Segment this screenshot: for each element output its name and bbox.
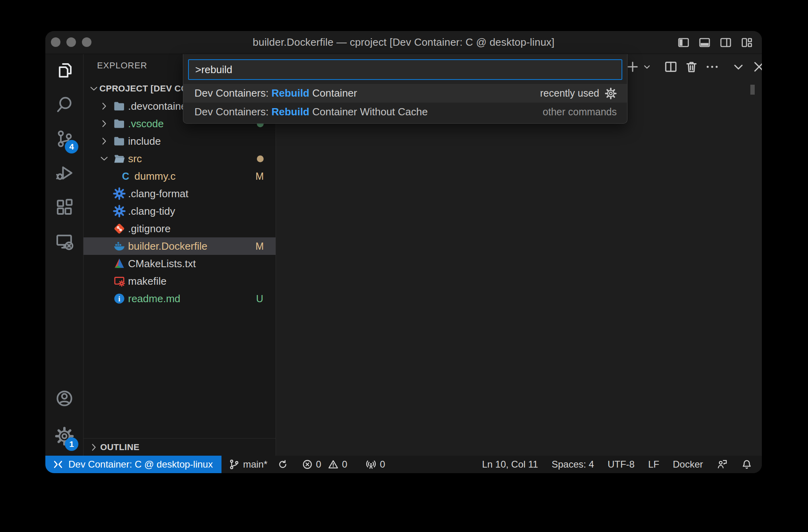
title-bar: builder.Dockerfile — cproject [Dev Conta… (45, 31, 762, 54)
git-status-badge: M (252, 241, 267, 252)
git-status-badge: M (252, 171, 267, 182)
activity-bar: 4 1 (45, 54, 84, 456)
tree-item-builder-dockerfile[interactable]: builder.DockerfileM (84, 237, 276, 255)
feedback-icon (717, 459, 728, 470)
terminal-dropdown-chevron-icon[interactable] (642, 60, 652, 74)
customize-layout-button[interactable] (740, 36, 753, 49)
file-label: .devcontainer (128, 100, 190, 113)
command-meta-label: recently used (540, 87, 599, 99)
remote-indicator[interactable]: Dev Container: C @ desktop-linux (45, 456, 221, 473)
warning-count: 0 (342, 459, 347, 470)
encoding-item[interactable]: UTF-8 (601, 456, 641, 473)
panel-toolbar (625, 60, 762, 74)
file-label: readme.md (128, 293, 181, 305)
explorer-tab-icon[interactable] (55, 61, 74, 80)
source-control-badge: 4 (65, 140, 78, 153)
tree-item-src[interactable]: src (84, 150, 276, 167)
chevron-right-icon[interactable] (99, 119, 109, 128)
indentation-item[interactable]: Spaces: 4 (545, 456, 601, 473)
file-label: .vscode (128, 118, 164, 130)
extensions-tab-icon[interactable] (55, 198, 74, 217)
eol-label: LF (648, 459, 659, 470)
command-input[interactable] (189, 64, 622, 76)
tree-item--clang-tidy[interactable]: .clang-tidy (84, 202, 276, 220)
close-panel-button[interactable] (752, 60, 762, 74)
eol-item[interactable]: LF (641, 456, 666, 473)
minimize-window-button[interactable] (66, 37, 76, 47)
status-bar: Dev Container: C @ desktop-linux main* 0… (45, 456, 762, 473)
remote-explorer-tab-icon[interactable] (55, 232, 74, 251)
file-label: dummy.c (134, 170, 176, 183)
notifications-item[interactable] (734, 456, 762, 473)
language-mode-item[interactable]: Docker (666, 456, 710, 473)
git-status-badge: U (252, 293, 267, 305)
tree-item--gitignore[interactable]: .gitignore (84, 220, 276, 237)
more-actions-button[interactable] (705, 60, 719, 74)
file-label: makefile (128, 275, 167, 287)
warning-icon (328, 459, 339, 470)
remote-icon (52, 459, 64, 470)
feedback-item[interactable] (710, 456, 734, 473)
toggle-primary-sidebar-button[interactable] (677, 36, 690, 49)
chevron-right-icon (89, 443, 99, 452)
hide-panel-chevron-icon[interactable] (731, 60, 746, 74)
svg-text:C: C (122, 171, 129, 182)
tree-item-include[interactable]: include (84, 132, 276, 150)
cmake-icon (113, 257, 126, 270)
svg-text:i: i (118, 295, 120, 303)
toggle-secondary-sidebar-button[interactable] (719, 36, 732, 49)
folder-icon (113, 117, 126, 130)
branch-label: main* (243, 459, 267, 470)
git-status-dot (257, 155, 264, 162)
ports-item[interactable]: 0 (361, 456, 390, 473)
file-label: .clang-tidy (128, 205, 175, 217)
bell-icon (741, 459, 752, 470)
layout-controls (677, 31, 753, 54)
makefile-icon (113, 275, 126, 287)
configure-keybinding-gear-icon[interactable] (605, 87, 617, 99)
tree-item--clang-format[interactable]: .clang-format (84, 185, 276, 202)
docker-icon (113, 240, 126, 252)
vscode-window: builder.Dockerfile — cproject [Dev Conta… (45, 31, 762, 473)
sync-icon (277, 459, 288, 470)
palette-item-2[interactable]: Dev Containers: Rebuild Container Withou… (183, 103, 627, 121)
sync-changes-item[interactable] (272, 456, 293, 473)
git-branch-item[interactable]: main* (224, 456, 272, 473)
tree-item-makefile[interactable]: makefile (84, 272, 276, 290)
chevron-right-icon[interactable] (99, 136, 109, 146)
toggle-panel-button[interactable] (698, 36, 711, 49)
indentation-label: Spaces: 4 (552, 459, 594, 470)
remote-label: Dev Container: C @ desktop-linux (68, 459, 213, 470)
tree-item-cmakelists-txt[interactable]: CMakeLists.txt (84, 255, 276, 272)
zoom-window-button[interactable] (82, 37, 91, 47)
scrollbar-thumb[interactable] (750, 85, 755, 95)
info-icon: i (113, 292, 126, 305)
search-tab-icon[interactable] (55, 95, 74, 114)
close-window-button[interactable] (51, 37, 60, 47)
chevron-down-icon[interactable] (99, 154, 109, 163)
tree-item-dummy-c[interactable]: Cdummy.cM (84, 167, 276, 185)
error-count: 0 (316, 459, 321, 470)
split-terminal-button[interactable] (664, 60, 678, 74)
chevron-down-icon (89, 84, 99, 93)
outline-section[interactable]: OUTLINE (84, 438, 276, 456)
tree-item-readme-md[interactable]: ireadme.mdU (84, 290, 276, 307)
c-file-icon: C (119, 170, 132, 183)
settings-badge: 1 (65, 437, 78, 451)
command-label: Dev Containers: Rebuild Container Withou… (194, 106, 428, 118)
new-terminal-button[interactable] (625, 60, 640, 74)
run-debug-tab-icon[interactable] (55, 163, 74, 183)
chevron-right-icon[interactable] (99, 101, 109, 111)
problems-item[interactable]: 0 0 (297, 456, 352, 473)
traffic-lights (51, 37, 91, 47)
file-label: .clang-format (128, 188, 188, 200)
cursor-position-item[interactable]: Ln 10, Col 11 (475, 456, 545, 473)
explorer-header: EXPLORER (97, 60, 147, 71)
kill-terminal-button[interactable] (684, 60, 699, 74)
command-palette: Dev Containers: Rebuild Containerrecentl… (183, 54, 627, 124)
radio-tower-icon (365, 459, 377, 470)
palette-item-1[interactable]: Dev Containers: Rebuild Containerrecentl… (183, 84, 627, 103)
accounts-icon[interactable] (55, 389, 74, 408)
file-label: include (128, 135, 161, 148)
file-label: builder.Dockerfile (128, 240, 207, 252)
